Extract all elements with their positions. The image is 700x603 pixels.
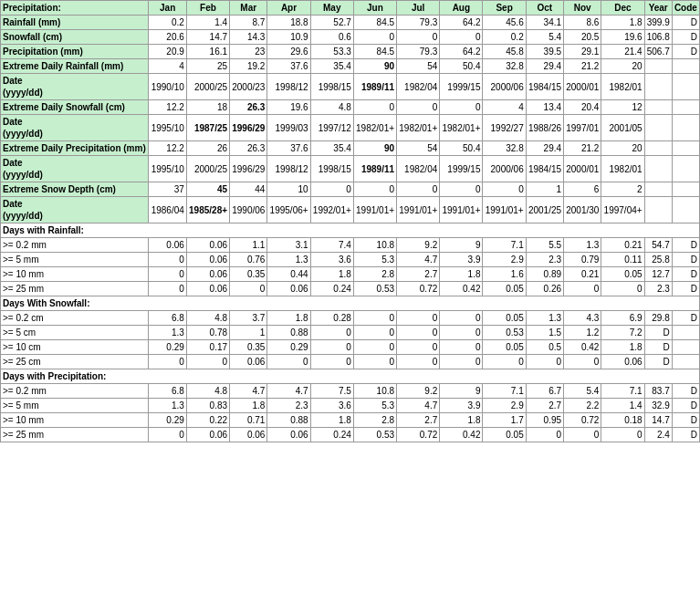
cell: 6.8 (149, 311, 186, 326)
cell: 0.06 (186, 253, 229, 267)
row-label: >= 10 mm (1, 413, 149, 428)
cell: 0.72 (564, 413, 601, 428)
cell (644, 156, 672, 182)
cell: 64.2 (440, 45, 483, 59)
col-jan: Jan (149, 1, 186, 16)
cell (672, 156, 699, 182)
col-sep: Sep (483, 1, 526, 16)
cell: 1 (230, 326, 267, 340)
cell: 1991/01+ (397, 197, 440, 224)
cell: 506.7 (644, 45, 672, 59)
cell: 35.4 (310, 59, 353, 74)
cell: 50.4 (440, 141, 483, 156)
cell: 64.2 (440, 16, 483, 30)
cell: 54.7 (644, 238, 672, 253)
cell: D (672, 413, 699, 428)
cell: 0.35 (230, 340, 267, 355)
cell: 26.3 (230, 141, 267, 156)
cell: 1997/01 (564, 115, 601, 141)
row-label: Precipitation (mm) (1, 45, 149, 59)
cell (672, 74, 699, 100)
col-may: May (310, 1, 353, 16)
cell: 45 (186, 182, 229, 197)
cell: 1998/12 (267, 156, 310, 182)
row-label: >= 5 cm (1, 326, 149, 340)
cell: 0.83 (186, 399, 229, 413)
cell: 0.2 (149, 16, 186, 30)
cell: 0 (267, 355, 310, 369)
cell: 0.53 (353, 282, 396, 296)
cell: 0.72 (397, 428, 440, 442)
cell: 29.4 (526, 59, 563, 74)
table-row: Precipitation (mm)20.916.12329.653.384.5… (1, 45, 700, 59)
cell: D (672, 30, 699, 45)
cell: 2000/25 (186, 156, 229, 182)
table-row: >= 0.2 mm0.060.061.13.17.410.89.297.15.5… (1, 238, 700, 253)
cell: 9.2 (397, 384, 440, 399)
cell: 0 (397, 30, 440, 45)
cell: 1984/15 (526, 74, 563, 100)
cell: 2000/06 (483, 156, 526, 182)
cell: 1998/15 (310, 156, 353, 182)
table-row: Date(yyyy/dd)1990/102000/252000/231998/1… (1, 74, 700, 100)
row-label: >= 10 mm (1, 267, 149, 282)
cell: 1986/04 (149, 197, 186, 224)
cell: 0 (353, 355, 396, 369)
cell: 7.2 (601, 326, 644, 340)
table-row: Rainfall (mm)0.21.48.718.852.784.579.364… (1, 16, 700, 30)
col-feb: Feb (186, 1, 229, 16)
cell: 0.21 (564, 267, 601, 282)
cell: 4.7 (397, 399, 440, 413)
cell: 0 (440, 326, 483, 340)
cell: 0 (310, 340, 353, 355)
cell: 12.7 (644, 267, 672, 282)
cell: 0 (353, 340, 396, 355)
cell: 0 (564, 355, 601, 369)
cell: D (672, 311, 699, 326)
cell: 29.6 (267, 45, 310, 59)
row-label: >= 5 mm (1, 253, 149, 267)
cell: 0 (353, 30, 396, 45)
cell: 32.8 (483, 59, 526, 74)
cell: 1997/12 (310, 115, 353, 141)
cell: 1982/01+ (440, 115, 483, 141)
cell: 0.06 (149, 238, 186, 253)
cell: 54 (397, 141, 440, 156)
cell: 0 (397, 311, 440, 326)
cell: 1.8 (440, 267, 483, 282)
cell: 1984/15 (526, 156, 563, 182)
row-label: >= 0.2 mm (1, 384, 149, 399)
table-row: >= 25 mm00.0600.060.240.530.720.420.050.… (1, 282, 700, 296)
cell: 1999/15 (440, 156, 483, 182)
cell: 0.05 (483, 282, 526, 296)
cell: 2.4 (644, 428, 672, 442)
cell: 26.3 (230, 100, 267, 115)
cell: 10.8 (353, 238, 396, 253)
cell: D (644, 340, 672, 355)
cell: 0.79 (564, 253, 601, 267)
cell: 2001/05 (601, 115, 644, 141)
cell: 7.5 (310, 384, 353, 399)
cell: 4.7 (397, 253, 440, 267)
cell: 19.2 (230, 59, 267, 74)
cell: 1982/04 (397, 156, 440, 182)
cell: 19.6 (267, 100, 310, 115)
col-mar: Mar (230, 1, 267, 16)
cell: 1996/29 (230, 156, 267, 182)
cell: 20 (601, 59, 644, 74)
cell: 29.4 (526, 141, 563, 156)
cell: 7.4 (310, 238, 353, 253)
cell: 2.3 (526, 253, 563, 267)
cell: 35.4 (310, 141, 353, 156)
col-dec: Dec (601, 1, 644, 16)
cell: 0 (440, 311, 483, 326)
cell: 0.06 (267, 282, 310, 296)
table-row: Extreme Daily Rainfall (mm)42519.237.635… (1, 59, 700, 74)
cell: 1982/01 (601, 74, 644, 100)
cell: 106.8 (644, 30, 672, 45)
cell: 0.29 (267, 340, 310, 355)
cell: 1.1 (230, 238, 267, 253)
cell: 1996/29 (230, 115, 267, 141)
cell: 0.89 (526, 267, 563, 282)
cell: 1.4 (601, 399, 644, 413)
